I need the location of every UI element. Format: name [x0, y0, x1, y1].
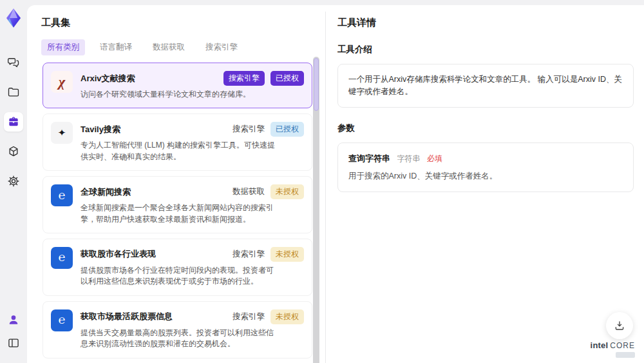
tool-auth-badge: 已授权	[270, 122, 304, 137]
tool-tags: 搜索引擎 已授权	[232, 122, 304, 137]
tool-list-item-2[interactable]: ℮ 全球新闻搜索 数据获取 未授权 全球新闻搜索是一个聚合全球各大新闻网站内容的…	[43, 176, 312, 233]
tool-name: 获取股市各行业表现	[80, 248, 227, 260]
tool-auth-badge: 未授权	[270, 247, 304, 262]
list-scrollbar[interactable]	[313, 57, 319, 363]
param-type: 字符串	[397, 154, 420, 163]
gear-icon	[7, 175, 20, 188]
user-icon	[7, 313, 20, 326]
tool-auth-badge: 已授权	[270, 71, 304, 86]
param-required-badge: 必填	[427, 154, 442, 163]
intel-core-logo: intelCORE	[591, 339, 635, 358]
category-tab-2[interactable]: 数据获取	[147, 39, 191, 55]
tool-description: 提供股票市场各个行业在特定时间段内的表现。投资者可以利用这些信息来识别表现优于或…	[80, 265, 275, 288]
blue-icon: ℮	[51, 247, 73, 269]
param-description: 用于搜索的Arxiv ID、关键字或作者姓名。	[348, 170, 623, 182]
download-button[interactable]	[606, 312, 633, 339]
tool-list-item-3[interactable]: ℮ 获取股市各行业表现 搜索引擎 未授权 提供股票市场各个行业在特定时间段内的表…	[43, 239, 312, 296]
tool-list-item-1[interactable]: ✦ Tavily搜索 搜索引擎 已授权 专为人工智能代理 (LLM) 构建的搜索…	[43, 113, 312, 171]
tool-description: 专为人工智能代理 (LLM) 构建的搜索引擎工具。可快速提供实时、准确和真实的结…	[80, 140, 275, 162]
folder-icon	[7, 86, 20, 99]
sidebar-item-files[interactable]	[4, 83, 23, 102]
tool-auth-badge: 未授权	[270, 309, 304, 324]
intro-text: 一个用于从Arxiv存储库搜索科学论文和文章的工具。 输入可以是Arxiv ID…	[348, 75, 622, 96]
chat-icon	[7, 56, 20, 69]
tool-category-tag: 搜索引擎	[232, 124, 265, 135]
category-tab-0[interactable]: 所有类别	[41, 39, 85, 55]
param-name: 查询字符串	[348, 153, 390, 163]
category-tabs: 所有类别语言翻译数据获取搜索引擎	[41, 39, 325, 55]
tool-name: 全球新闻搜索	[80, 186, 227, 198]
download-icon	[614, 320, 625, 331]
tools-list-panel: 工具集 所有类别语言翻译数据获取搜索引擎 χ Arxiv文献搜索 搜索引擎 已授…	[27, 5, 325, 363]
intro-box: 一个用于从Arxiv存储库搜索科学论文和文章的工具。 输入可以是Arxiv ID…	[337, 64, 634, 108]
sidebar-item-settings[interactable]	[4, 172, 23, 191]
sidebar-item-chat[interactable]	[4, 53, 23, 72]
tool-name: Arxiv文献搜索	[80, 73, 218, 84]
tool-list-item-4[interactable]: ℮ 获取市场最活跃股票信息 搜索引擎 未授权 提供当天交易量最高的股票列表。投资…	[43, 301, 312, 358]
intro-heading: 工具介绍	[337, 44, 634, 55]
scrollbar-thumb[interactable]	[314, 58, 319, 111]
panel-toggle-icon	[7, 337, 20, 349]
sidebar-item-profile[interactable]	[4, 310, 23, 329]
cube-icon	[7, 145, 20, 158]
app-logo-icon	[4, 8, 23, 28]
tool-name: Tavily搜索	[80, 124, 227, 135]
tool-tags: 数据获取 未授权	[232, 184, 304, 199]
param-header: 查询字符串 字符串 必填	[348, 152, 623, 165]
tool-category-tag: 数据获取	[232, 186, 265, 197]
tool-tags: 搜索引擎 已授权	[223, 71, 304, 86]
tool-description: 提供当天交易量最高的股票列表。投资者可以利用这些信息来识别流动性强的股票和潜在的…	[80, 328, 275, 350]
brand-word-core: CORE	[610, 341, 635, 350]
tool-name: 获取市场最活跃股票信息	[80, 311, 227, 322]
blue-icon: ℮	[51, 309, 73, 331]
tools-list: χ Arxiv文献搜索 搜索引擎 已授权 访问各个研究领域大量科学论文和文章的存…	[43, 63, 312, 359]
brand-badge	[616, 352, 635, 358]
tool-category-tag: 搜索引擎	[232, 249, 265, 260]
tool-list-item-0[interactable]: χ Arxiv文献搜索 搜索引擎 已授权 访问各个研究领域大量科学论文和文章的存…	[43, 63, 312, 108]
tool-detail-panel: 工具详情 工具介绍 一个用于从Arxiv存储库搜索科学论文和文章的工具。 输入可…	[326, 5, 644, 363]
toolbox-icon	[7, 115, 20, 128]
category-tab-3[interactable]: 搜索引擎	[200, 39, 243, 55]
tool-description: 访问各个研究领域大量科学论文和文章的存储库。	[80, 89, 275, 100]
brand-word-intel: intel	[591, 340, 609, 350]
params-heading: 参数	[337, 123, 634, 134]
tool-tags: 搜索引擎 未授权	[232, 309, 304, 324]
page-title: 工具集	[41, 17, 325, 29]
left-sidebar	[0, 0, 27, 363]
tool-description: 全球新闻搜索是一个聚合全球各大新闻网站内容的搜索引擎，帮助用户快速获取全球最新资…	[80, 202, 275, 225]
detail-title: 工具详情	[337, 17, 634, 29]
tool-auth-badge: 未授权	[270, 184, 304, 199]
sidebar-collapse-button[interactable]	[4, 333, 23, 353]
tool-tags: 搜索引擎 未授权	[232, 247, 304, 262]
main-content: 工具集 所有类别语言翻译数据获取搜索引擎 χ Arxiv文献搜索 搜索引擎 已授…	[27, 5, 644, 363]
category-tab-1[interactable]: 语言翻译	[94, 39, 138, 55]
blue-icon: ℮	[51, 184, 73, 206]
sidebar-item-plugins[interactable]	[4, 142, 23, 161]
param-box: 查询字符串 字符串 必填 用于搜索的Arxiv ID、关键字或作者姓名。	[337, 142, 634, 193]
tool-category-tag: 搜索引擎	[232, 311, 265, 322]
tool-category-tag: 搜索引擎	[223, 71, 265, 86]
arxiv-icon: χ	[51, 71, 73, 93]
sidebar-item-tools[interactable]	[4, 112, 23, 132]
tavily-icon: ✦	[51, 122, 73, 144]
